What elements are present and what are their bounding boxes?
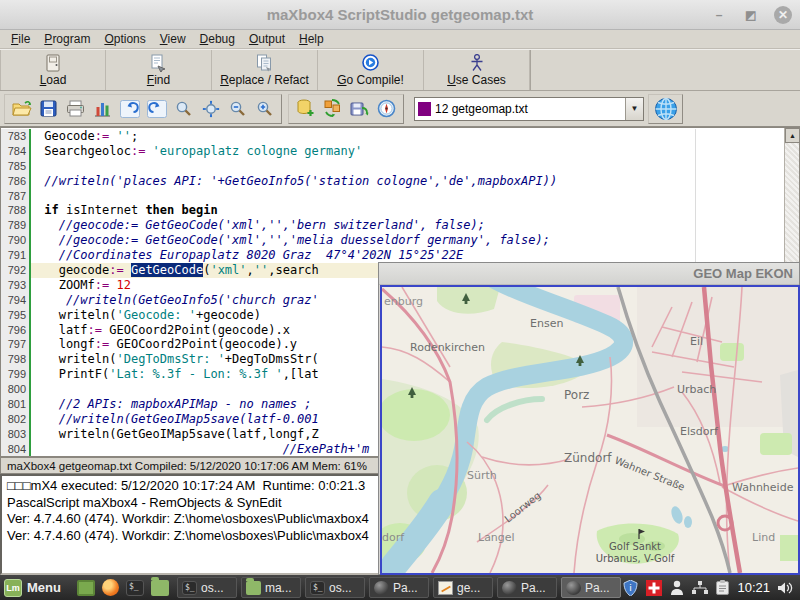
code-line-788: 788 if isInternet then begin — [1, 203, 784, 218]
map-label: enburg — [384, 295, 423, 308]
main-toolbar-buttons: LoadFindReplace / RefactGo Compile!Use C… — [0, 50, 531, 90]
geo-map-window: GEO Map EKON — [378, 262, 800, 575]
menu-help[interactable]: Help — [292, 30, 331, 48]
mint-logo-icon: Lm — [4, 579, 22, 597]
geo-map-title: GEO Map EKON — [693, 266, 793, 281]
terminal-icon: $_ — [182, 581, 197, 595]
map-label: dorf — [382, 531, 405, 544]
find-page-icon — [150, 54, 168, 72]
maximize-button[interactable]: ◩ — [742, 6, 760, 24]
map-label: Lind — [752, 531, 775, 544]
zoom-icon[interactable] — [170, 96, 197, 122]
taskbar-window-button[interactable]: $_os... — [177, 577, 237, 598]
folder-icon — [246, 581, 261, 595]
compile-play-icon — [362, 54, 379, 72]
scroll-up-icon[interactable]: ▲ — [785, 128, 800, 143]
code-line-790: 790 //geocode:= GetGeoCode('xml','','mel… — [1, 233, 784, 248]
code-line-785: 785 — [1, 159, 784, 174]
redo-icon[interactable] — [143, 96, 170, 122]
code-line-783: 783 Geocode:= ''; — [1, 129, 784, 144]
show-desktop-icon[interactable] — [77, 580, 95, 596]
script-icons-group — [288, 94, 404, 124]
close-button[interactable]: ✕ — [774, 6, 792, 24]
zoom-in-icon[interactable] — [251, 96, 278, 122]
menu-program[interactable]: Program — [37, 30, 97, 48]
clock[interactable]: 10:21 — [737, 580, 770, 595]
taskbar-window-button[interactable]: Pa... — [561, 577, 621, 598]
replace-pages-icon — [256, 54, 274, 72]
system-tray: i 10:21 — [623, 580, 800, 596]
zoom-out-icon[interactable] — [224, 96, 251, 122]
save-icon[interactable] — [35, 96, 62, 122]
map-label: Elsdorf — [680, 425, 719, 438]
map-label: Langel — [478, 531, 515, 544]
menu-output[interactable]: Output — [242, 30, 292, 48]
script-selector-value: 12 getgeomap.txt — [435, 102, 625, 116]
edit-icons-group — [4, 94, 282, 124]
task-list: $_os...ma...$_os...Pa...ge...Pa...Pa... — [177, 577, 621, 598]
status-text: maXbox4 getgeomap.txt Compiled: 5/12/202… — [7, 460, 367, 472]
menu-view[interactable]: View — [153, 30, 193, 48]
openstreetmap-image: enburgEnsenRodenkirchenEilPorzUrbachElsd… — [382, 287, 798, 573]
mx-icon — [566, 581, 581, 595]
volume-icon[interactable] — [778, 581, 794, 595]
replace-refact-button[interactable]: Replace / Refact — [212, 50, 318, 90]
open-folder-icon[interactable] — [8, 96, 35, 122]
taskbar-window-button[interactable]: ma... — [241, 577, 301, 598]
update-blocks-icon[interactable] — [319, 96, 346, 122]
find-button[interactable]: Find — [106, 50, 212, 90]
go-compile--button[interactable]: Go Compile! — [318, 50, 424, 90]
taskbar-window-button[interactable]: Pa... — [497, 577, 557, 598]
use-cases-button[interactable]: Use Cases — [424, 50, 530, 90]
db-add-icon[interactable] — [292, 96, 319, 122]
terminal-icon: $_ — [310, 581, 325, 595]
taskbar-window-button[interactable]: $_os... — [305, 577, 365, 598]
mx-icon — [374, 581, 389, 595]
main-toolbar: LoadFindReplace / RefactGo Compile!Use C… — [0, 49, 800, 91]
menu-label: Menu — [27, 580, 61, 595]
desktop: maXbox4 ScriptStudio getgeomap.txt – ◩ ✕… — [0, 0, 800, 600]
globe-icon[interactable] — [652, 96, 679, 122]
code-line-786: 786 //writeln('places API: '+GetGeoInfo5… — [1, 174, 784, 189]
map-canvas: enburgEnsenRodenkirchenEilPorzUrbachElsd… — [380, 285, 800, 575]
script-selector-combobox[interactable]: 12 getgeomap.txt ▼ — [414, 97, 644, 121]
taskbar-window-button[interactable]: ge... — [433, 577, 493, 598]
map-label: Eil — [690, 335, 703, 348]
app-titlebar[interactable]: maXbox4 ScriptStudio getgeomap.txt – ◩ ✕ — [0, 0, 800, 30]
code-line-791: 791 //Coordinates Europaplatz 8020 Graz … — [1, 248, 784, 263]
network-icon[interactable] — [692, 581, 708, 595]
load-button[interactable]: Load — [0, 50, 106, 90]
map-label: Zündorf — [564, 451, 612, 465]
undo-icon[interactable] — [116, 96, 143, 122]
chevron-down-icon[interactable]: ▼ — [625, 98, 643, 120]
mint-menu-button[interactable]: Lm Menu — [0, 575, 69, 600]
firefox-icon[interactable] — [102, 579, 119, 596]
mx-icon — [502, 581, 517, 595]
map-label: Urbach — [677, 383, 716, 396]
taskbar: Lm Menu $_ $_os...ma...$_os...Pa...ge...… — [0, 575, 800, 600]
map-label: Golf Sankt — [609, 541, 661, 552]
shield-icon[interactable]: i — [623, 580, 638, 596]
taskbar-window-button[interactable]: Pa... — [369, 577, 429, 598]
print-icon[interactable] — [62, 96, 89, 122]
zoom-move-icon[interactable] — [197, 96, 224, 122]
terminal-icon[interactable]: $_ — [126, 580, 144, 596]
save-run-icon[interactable] — [346, 96, 373, 122]
geo-map-titlebar[interactable]: GEO Map EKON — [379, 263, 799, 285]
minimize-button[interactable]: – — [710, 6, 728, 24]
map-label: Wahnheide — [732, 481, 794, 494]
code-line-784: 784 Searchgeoloc:= 'europaplatz cologne … — [1, 144, 784, 159]
firstaid-flag-icon[interactable] — [646, 580, 662, 596]
map-label: Sürth — [467, 469, 497, 482]
clipboard-icon[interactable] — [716, 580, 729, 595]
chart-icon[interactable] — [89, 96, 116, 122]
code-line-789: 789 //geocode:= GetGeoCode('xml','','ber… — [1, 218, 784, 233]
menu-file[interactable]: File — [4, 30, 37, 48]
script-color-swatch — [418, 102, 431, 116]
files-icon[interactable] — [151, 580, 169, 596]
menu-debug[interactable]: Debug — [193, 30, 242, 48]
user-icon[interactable] — [670, 580, 684, 595]
quick-launchers: $_ — [69, 579, 177, 596]
menu-options[interactable]: Options — [97, 30, 152, 48]
compass-icon[interactable] — [373, 96, 400, 122]
